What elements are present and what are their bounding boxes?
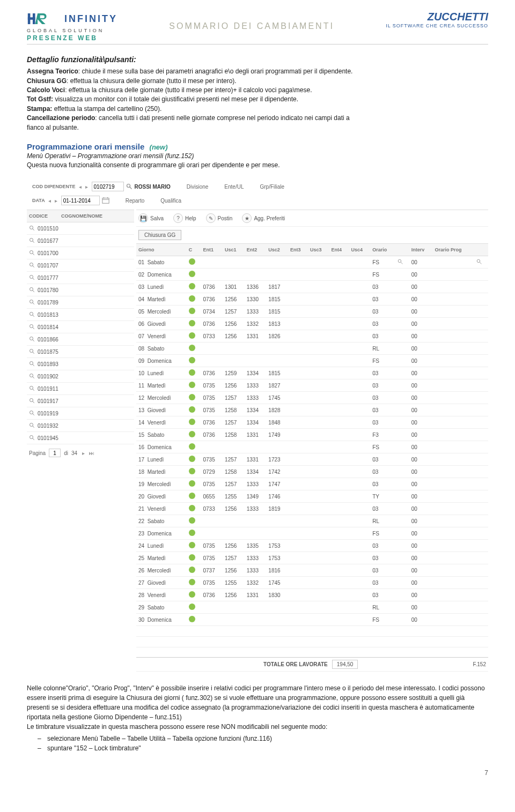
search-icon[interactable] (476, 259, 482, 265)
list-item[interactable]: 0101814 (27, 321, 134, 333)
list-item[interactable]: 0101777 (27, 272, 134, 284)
prev-dip-icon[interactable]: ◂ (78, 184, 83, 189)
pager-next-icon[interactable]: ▸ (80, 450, 86, 456)
table-row[interactable]: 29 SabatoRL00 (136, 601, 488, 614)
svg-point-23 (30, 312, 33, 316)
table-row[interactable]: 11 Martedì07351256133318270300 (136, 379, 488, 392)
cod-dip-label: COD DIPENDENTE (32, 184, 76, 189)
table-row[interactable]: 26 Mercoledì07371256133318160300 (136, 564, 488, 577)
column-header: Ent4 (329, 244, 349, 256)
table-row[interactable]: 22 SabatoRL00 (136, 515, 488, 527)
list-item[interactable]: 0101707 (27, 259, 134, 272)
table-row[interactable]: 12 Mercoledì07351257133317450300 (136, 392, 488, 404)
salva-button[interactable]: 💾Salva (138, 213, 164, 223)
table-row[interactable]: 10 Lunedì07361259133418150300 (136, 367, 488, 379)
preferiti-button[interactable]: ★Agg. Preferiti (242, 213, 285, 223)
svg-line-36 (33, 389, 34, 391)
svg-point-35 (30, 386, 33, 390)
table-row[interactable]: 25 Martedì07351257133317530300 (136, 552, 488, 564)
list-item[interactable]: 0101932 (27, 420, 134, 432)
list-item[interactable]: 0101945 (27, 432, 134, 444)
table-row[interactable]: 07 Venerdì07331256133118260300 (136, 330, 488, 342)
table-row[interactable]: 30 DomenicaFS00 (136, 614, 488, 626)
svg-rect-5 (102, 198, 109, 204)
table-row[interactable]: 01 SabatoFS00 (136, 256, 488, 269)
svg-point-21 (30, 300, 33, 303)
list-item[interactable]: 0101875 (27, 346, 134, 358)
table-row[interactable]: 19 Mercoledì07351257133317470300 (136, 478, 488, 490)
table-row[interactable]: 24 Lunedì07351256133517530300 (136, 540, 488, 552)
pager-last-icon[interactable]: ⏭ (89, 450, 94, 456)
svg-point-19 (30, 288, 33, 291)
search-icon (29, 225, 35, 232)
table-row[interactable]: 04 Martedì07361256133018150300 (136, 293, 488, 306)
list-item[interactable]: 0101510 (27, 222, 134, 235)
table-row[interactable]: 18 Martedì07291258133417420300 (136, 466, 488, 478)
postin-button[interactable]: ✎Postin (206, 213, 233, 223)
table-row (136, 626, 488, 637)
svg-line-16 (33, 266, 34, 267)
data-input[interactable] (61, 196, 100, 205)
table-row[interactable]: 08 SabatoRL00 (136, 342, 488, 355)
hr-logo-icon (27, 11, 61, 27)
list-item[interactable]: 0101911 (27, 383, 134, 395)
status-dot-icon (189, 554, 195, 561)
infinity-text: INFINITY (64, 13, 117, 25)
status-dot-icon (189, 468, 195, 474)
table-row[interactable]: 27 Giovedì07351255133217450300 (136, 577, 488, 589)
search-icon[interactable] (398, 259, 403, 265)
list-item[interactable]: 0101866 (27, 333, 134, 346)
cod-dip-input[interactable] (92, 182, 124, 191)
column-header: C (187, 244, 201, 256)
next-dip-icon[interactable]: ▸ (84, 184, 90, 189)
svg-line-34 (33, 377, 34, 378)
svg-point-15 (30, 263, 33, 266)
list-item[interactable]: 0101893 (27, 358, 134, 370)
table-row[interactable]: 15 Sabato0736125813311749F300 (136, 429, 488, 441)
data-label: DATA (32, 198, 45, 203)
column-header: Ent3 (288, 244, 308, 256)
list-item[interactable]: 0101902 (27, 370, 134, 383)
calendar-icon[interactable] (102, 197, 109, 204)
table-row[interactable]: 09 DomenicaFS00 (136, 355, 488, 367)
table-row[interactable]: 06 Giovedì07361256133218130300 (136, 318, 488, 330)
grp-label: Grp/Filiale (260, 184, 284, 190)
list-item[interactable]: 0101789 (27, 296, 134, 309)
status-dot-icon (189, 517, 195, 524)
search-dip-icon[interactable] (126, 183, 133, 190)
detail-line: Cancellazione periodo: cancella tutti i … (27, 114, 488, 123)
table-row[interactable]: 16 DomenicaFS00 (136, 441, 488, 453)
prev-date-icon[interactable]: ◂ (47, 198, 53, 203)
table-row[interactable]: 13 Giovedì07351258133418280300 (136, 404, 488, 416)
table-row[interactable]: 17 Lunedì07351257133117230300 (136, 453, 488, 466)
svg-point-39 (30, 411, 33, 414)
search-icon (29, 250, 35, 256)
list-item[interactable]: 0101677 (27, 235, 134, 247)
status-dot-icon (189, 443, 195, 450)
table-row[interactable]: 23 DomenicaFS00 (136, 527, 488, 540)
help-button[interactable]: ?Help (173, 213, 196, 223)
pager-input[interactable] (49, 449, 61, 457)
list-item[interactable]: 0101917 (27, 395, 134, 407)
list-item[interactable]: 0101780 (27, 284, 134, 296)
status-dot-icon (189, 369, 195, 376)
table-row[interactable]: 21 Venerdì07331256133318190300 (136, 503, 488, 515)
status-dot-icon (189, 345, 195, 351)
table-row[interactable]: 02 DomenicaFS00 (136, 269, 488, 281)
column-header: Usc3 (308, 244, 329, 256)
table-row[interactable]: 05 Mercoledì07341257133318150300 (136, 306, 488, 318)
section-description: Questa nuova funzionalità consente di pr… (27, 161, 488, 169)
table-row[interactable]: 14 Venerdì07361257133418480300 (136, 416, 488, 429)
table-row[interactable]: 20 Giovedì0655125513491746TY00 (136, 490, 488, 503)
search-icon (29, 274, 35, 281)
table-row[interactable]: 28 Venerdì07361256133118300300 (136, 589, 488, 601)
table-row[interactable]: 03 Lunedì07361301133618170300 (136, 281, 488, 293)
list-item[interactable]: 0101919 (27, 407, 134, 420)
next-date-icon[interactable]: ▸ (54, 198, 59, 203)
svg-rect-2 (28, 17, 35, 20)
list-item[interactable]: 0101813 (27, 309, 134, 321)
svg-point-9 (30, 226, 33, 229)
svg-line-22 (33, 303, 34, 304)
chiusura-gg-button[interactable]: Chiusura GG (138, 230, 181, 240)
list-item[interactable]: 0101700 (27, 247, 134, 259)
